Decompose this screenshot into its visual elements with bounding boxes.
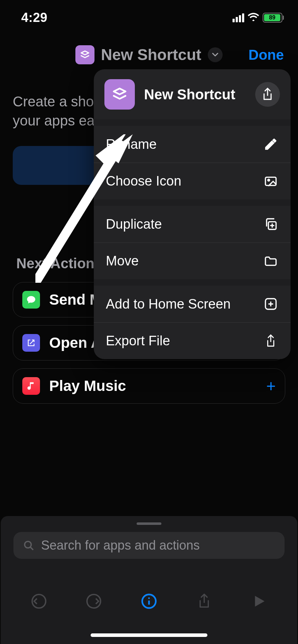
plus-icon: +: [266, 376, 276, 396]
menu-item-export-file[interactable]: Export File: [94, 322, 291, 359]
menu-item-duplicate[interactable]: Duplicate: [94, 206, 291, 242]
context-menu-header: New Shortcut: [94, 69, 291, 119]
share-button[interactable]: [194, 591, 215, 612]
nav-header: New Shortcut Done: [0, 39, 298, 71]
status-time: 4:29: [21, 10, 47, 25]
redo-button[interactable]: [83, 591, 104, 612]
open-app-icon: [22, 334, 40, 352]
menu-item-label: Duplicate: [106, 217, 162, 232]
menu-item-move[interactable]: Move: [94, 242, 291, 279]
menu-item-add-home-screen[interactable]: Add to Home Screen: [94, 286, 291, 322]
context-menu-title: New Shortcut: [144, 87, 246, 103]
menu-item-label: Add to Home Screen: [106, 297, 231, 312]
info-button[interactable]: [138, 591, 160, 612]
shortcut-icon: [75, 45, 94, 64]
duplicate-icon: [263, 216, 279, 232]
export-icon: [263, 333, 279, 349]
nav-title-label: New Shortcut: [101, 46, 201, 64]
svg-point-1: [268, 179, 270, 181]
status-bar: 4:29 89: [0, 0, 298, 35]
menu-item-choose-icon[interactable]: Choose Icon: [94, 163, 291, 199]
nav-title-button[interactable]: New Shortcut: [75, 45, 223, 64]
menu-item-rename[interactable]: Rename: [94, 126, 291, 163]
folder-icon: [263, 253, 279, 269]
bottom-panel: Search for apps and actions: [1, 516, 297, 644]
search-icon: [23, 539, 35, 551]
message-icon: [22, 291, 40, 309]
search-input[interactable]: Search for apps and actions: [13, 532, 285, 559]
suggestion-play-music[interactable]: Play Music +: [13, 368, 285, 404]
share-button[interactable]: [255, 82, 280, 107]
chevron-down-icon: [208, 47, 223, 62]
menu-item-label: Export File: [106, 333, 170, 349]
plus-square-icon: [263, 296, 279, 312]
done-button[interactable]: Done: [248, 47, 284, 63]
pencil-icon: [263, 136, 279, 152]
battery-percent: 89: [269, 14, 275, 21]
search-placeholder: Search for apps and actions: [41, 538, 200, 553]
toolbar: [1, 589, 297, 614]
svg-point-13: [148, 597, 150, 599]
battery-icon: 89: [263, 13, 284, 23]
run-button[interactable]: [248, 591, 270, 612]
menu-item-label: Move: [106, 253, 139, 269]
shortcut-icon: [104, 79, 135, 110]
home-indicator[interactable]: [91, 633, 207, 637]
suggestion-label: Play Music: [49, 377, 257, 394]
undo-button[interactable]: [28, 591, 50, 612]
menu-item-label: Rename: [106, 137, 157, 152]
svg-point-7: [25, 541, 31, 548]
svg-line-8: [30, 547, 33, 550]
wifi-icon: [248, 13, 259, 23]
context-menu: New Shortcut Rename Choose Icon: [94, 69, 291, 359]
status-indicators: 89: [233, 13, 284, 23]
drag-handle[interactable]: [137, 522, 161, 525]
cellular-icon: [233, 13, 244, 22]
music-icon: [22, 377, 40, 395]
menu-item-label: Choose Icon: [106, 174, 181, 189]
photo-icon: [263, 174, 279, 189]
